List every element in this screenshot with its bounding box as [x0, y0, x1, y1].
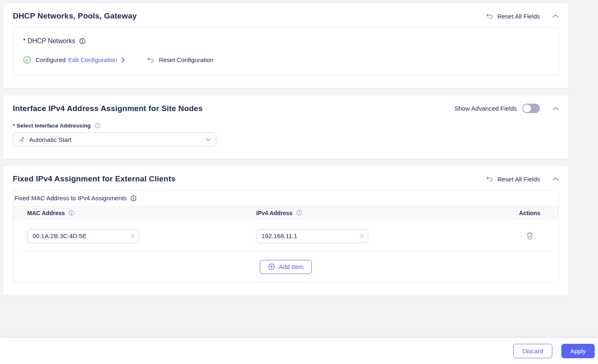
reset-all-fields-label: Reset All Fields: [498, 176, 540, 183]
fixed-assignments-table-label: Fixed MAC Address to IPv4 Assignments: [13, 190, 558, 205]
ipv4-header-text: IPv4 Address: [256, 210, 292, 216]
reset-all-fields-button[interactable]: Reset All Fields: [486, 13, 540, 20]
table-label-text: Fixed MAC Address to IPv4 Assignments: [14, 195, 127, 202]
reset-icon: [147, 57, 154, 63]
fixed-card-title: Fixed IPv4 Assignment for External Clien…: [13, 174, 175, 183]
clear-icon[interactable]: [131, 234, 135, 238]
fixed-ipv4-card: Fixed IPv4 Assignment for External Clien…: [3, 166, 568, 295]
interface-addressing-select[interactable]: Automatic Start: [13, 132, 216, 146]
reset-icon: [486, 176, 493, 182]
interface-addressing-value: Automatic Start: [29, 136, 201, 143]
select-interface-addressing-label: * Select Interface Addressing: [13, 123, 559, 129]
collapse-chevron-up-icon[interactable]: [552, 107, 559, 111]
discard-button[interactable]: Discard: [513, 344, 552, 358]
apply-button[interactable]: Apply: [561, 344, 595, 358]
chevron-right-icon[interactable]: [121, 57, 125, 63]
info-icon[interactable]: [79, 38, 86, 44]
info-icon[interactable]: [95, 123, 101, 129]
actions-header-text: Actions: [519, 210, 540, 216]
fixed-card-header: Fixed IPv4 Assignment for External Clien…: [13, 174, 559, 183]
fixed-assignments-panel: Fixed MAC Address to IPv4 Assignments MA…: [13, 190, 559, 282]
dhcp-networks-field-text: * DHCP Networks: [23, 37, 75, 45]
add-item-button[interactable]: Add Item: [260, 260, 312, 274]
mac-header-text: MAC Address: [27, 210, 65, 216]
info-icon[interactable]: [296, 210, 302, 216]
interface-card-header: Interface IPv4 Address Assignment for Si…: [13, 104, 559, 113]
configured-check-icon: [23, 56, 31, 64]
interface-card-title: Interface IPv4 Address Assignment for Si…: [13, 104, 203, 113]
add-item-row: Add Item: [13, 252, 558, 282]
interface-ipv4-card: Interface IPv4 Address Assignment for Si…: [3, 95, 568, 159]
add-item-label: Add Item: [279, 263, 304, 270]
collapse-chevron-up-icon[interactable]: [552, 177, 559, 181]
footer-action-bar: Discard Apply: [0, 338, 598, 364]
addressing-label-text: * Select Interface Addressing: [13, 123, 91, 129]
reset-configuration-button[interactable]: Reset Configuration: [147, 56, 214, 63]
collapse-chevron-up-icon[interactable]: [552, 14, 559, 18]
dhcp-header-actions: Reset All Fields: [486, 13, 559, 20]
dhcp-status-row: Configured Edit Configuration Reset Conf…: [23, 56, 549, 64]
interface-header-actions: Show Advanced Fields: [454, 104, 559, 113]
dhcp-card-title: DHCP Networks, Pools, Gateway: [13, 12, 137, 21]
dhcp-networks-panel: * DHCP Networks Configured Edit Configur…: [13, 27, 559, 76]
fixed-header-actions: Reset All Fields: [486, 176, 559, 183]
reset-configuration-label: Reset Configuration: [159, 56, 214, 63]
ipv4-address-input[interactable]: [256, 229, 368, 243]
advanced-fields-toggle-group: Show Advanced Fields: [454, 104, 540, 113]
configured-status-label: Configured: [35, 56, 65, 63]
ipv4-address-input-wrap: [256, 229, 368, 243]
clear-icon[interactable]: [360, 234, 364, 238]
mac-address-cell: [27, 229, 256, 243]
reset-all-fields-button[interactable]: Reset All Fields: [486, 176, 540, 183]
actions-column-header: Actions: [511, 210, 549, 216]
chevron-down-icon: [206, 138, 211, 141]
dhcp-networks-card: DHCP Networks, Pools, Gateway Reset All …: [3, 3, 568, 88]
dhcp-settings-page: DHCP Networks, Pools, Gateway Reset All …: [0, 0, 598, 364]
ipv4-address-column-header: IPv4 Address: [256, 210, 511, 216]
mac-address-column-header: MAC Address: [27, 210, 256, 216]
branch-arrows-icon: [18, 136, 25, 143]
info-icon[interactable]: [130, 195, 137, 202]
dhcp-networks-field-label: * DHCP Networks: [23, 37, 549, 45]
ipv4-address-cell: [256, 229, 511, 243]
reset-icon: [486, 13, 493, 19]
circle-plus-icon: [268, 263, 275, 270]
mac-address-input[interactable]: [27, 229, 139, 243]
show-advanced-fields-label: Show Advanced Fields: [454, 105, 517, 112]
row-actions-cell: [511, 232, 549, 240]
delete-row-trash-icon[interactable]: [526, 232, 533, 240]
table-row: [13, 220, 558, 251]
table-header-row: MAC Address IPv4 Address Actions: [13, 205, 558, 220]
mac-address-input-wrap: [27, 229, 139, 243]
toggle-knob: [523, 104, 531, 112]
dhcp-card-header: DHCP Networks, Pools, Gateway Reset All …: [13, 12, 559, 21]
info-icon[interactable]: [68, 210, 75, 216]
reset-all-fields-label: Reset All Fields: [498, 13, 540, 20]
edit-configuration-link[interactable]: Edit Configuration: [68, 56, 117, 63]
show-advanced-fields-toggle[interactable]: [522, 104, 540, 113]
